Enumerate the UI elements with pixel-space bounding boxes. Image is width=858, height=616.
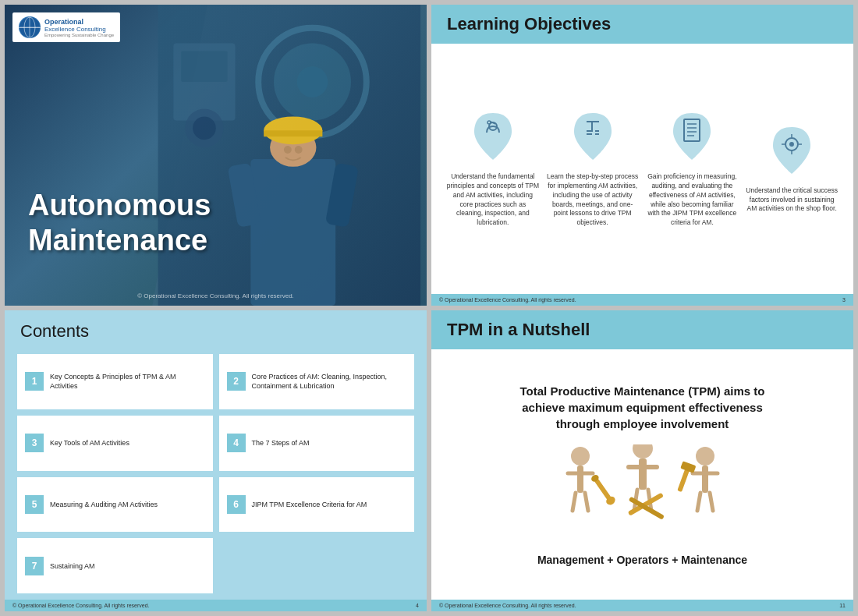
- objective-4-text: Understand the critical success factors …: [745, 186, 838, 214]
- objective-2-icon: [569, 110, 616, 165]
- slide-title: Learning Objectives: [447, 14, 838, 34]
- content-item-3: 3 Key Tools of AM Activities: [17, 416, 213, 471]
- slide-footer: © Operational Excellence Consulting. All…: [5, 292, 427, 299]
- slide-header: Contents: [5, 310, 427, 348]
- svg-rect-8: [251, 159, 336, 306]
- content-label-7: Sustaining AM: [50, 561, 95, 571]
- title-pre: Learn: [447, 14, 494, 34]
- logo-globe-icon: [19, 16, 41, 38]
- svg-line-56: [710, 493, 713, 511]
- content-label-5: Measuring & Auditing AM Activities: [50, 500, 158, 509]
- footer-right: 3: [842, 297, 846, 303]
- content-item-2: 2 Core Practices of AM: Cleaning, Inspec…: [219, 354, 415, 409]
- slide-footer: © Operational Excellence Consulting. All…: [431, 600, 853, 611]
- content-label-2: Core Practices of AM: Cleaning, Inspecti…: [252, 372, 407, 391]
- slide-header: TPM in a Nutshell: [431, 310, 853, 349]
- objective-1: Understand the fundamental principles an…: [446, 110, 540, 228]
- logo-name2: Excellence Consulting: [44, 26, 114, 33]
- logo: Operational Excellence Consulting Empowe…: [12, 12, 120, 42]
- content-num-1: 1: [25, 372, 44, 391]
- footer-right: 11: [839, 603, 846, 608]
- svg-point-38: [789, 142, 794, 147]
- slide-contents: Contents 1 Key Concepts & Principles of …: [5, 310, 427, 611]
- worker-illustration: [152, 5, 427, 306]
- objective-1-icon: [470, 110, 516, 165]
- title-pre: TPM: [447, 320, 488, 339]
- content-label-4: The 7 Steps of AM: [252, 438, 310, 448]
- svg-point-39: [571, 447, 590, 466]
- svg-rect-48: [639, 458, 647, 490]
- content-label-3: Key Tools of AM Activities: [50, 438, 129, 448]
- svg-rect-25: [595, 130, 599, 132]
- logo-tagline: Empowering Sustainable Change: [44, 33, 114, 37]
- content-item-6: 6 JIPM TPM Excellence Criteria for AM: [219, 477, 415, 533]
- objective-4-icon: [768, 124, 815, 179]
- content-item-5: 5 Measuring & Auditing AM Activities: [17, 477, 213, 533]
- logo-name1: Operational: [44, 18, 114, 26]
- footer-left: © Operational Excellence Consulting. All…: [439, 297, 576, 303]
- slide-learning-objectives: Learning Objectives Understand the funda…: [431, 5, 853, 306]
- content-item-4: 4 The 7 Steps of AM: [219, 416, 415, 471]
- slide-autonomous-maintenance: Operational Excellence Consulting Empowe…: [5, 5, 427, 306]
- svg-rect-26: [587, 133, 592, 135]
- svg-rect-53: [702, 466, 708, 493]
- footer-right: 4: [416, 603, 419, 608]
- svg-point-7: [297, 66, 328, 97]
- footer-left: © Operational Excellence Consulting. All…: [439, 603, 576, 608]
- svg-rect-40: [577, 466, 583, 493]
- slide-footer: © Operational Excellence Consulting. All…: [5, 600, 427, 611]
- tpm-headline: Total Productive Maintenance (TPM) aims …: [520, 383, 765, 432]
- contents-grid: 1 Key Concepts & Principles of TPM & AM …: [5, 348, 427, 600]
- content-num-3: 3: [25, 434, 44, 452]
- content-num-4: 4: [227, 434, 246, 452]
- svg-rect-27: [595, 133, 599, 135]
- svg-line-42: [573, 493, 576, 511]
- svg-point-13: [295, 146, 303, 154]
- tpm-figures: [545, 444, 740, 554]
- objective-3-icon: [668, 110, 715, 165]
- svg-rect-24: [587, 130, 592, 132]
- title-bold: in: [488, 320, 504, 339]
- content-num-5: 5: [25, 495, 44, 514]
- content-label-6: JIPM TPM Excellence Criteria for AM: [252, 500, 367, 509]
- svg-point-4: [193, 117, 216, 140]
- slide-title: TPM in a Nutshell: [447, 320, 838, 340]
- content-num-7: 7: [25, 557, 44, 575]
- slide-title: Contents: [20, 321, 411, 342]
- objective-4: Understand the critical success factors …: [745, 124, 838, 214]
- content-item-7: 7 Sustaining AM: [17, 538, 213, 593]
- slide-title: Autonomous Maintenance: [28, 188, 211, 259]
- title-line1: Autonomous Maintenance: [28, 188, 211, 259]
- svg-rect-44: [594, 478, 611, 500]
- slide-header: Learning Objectives: [431, 5, 853, 44]
- svg-line-55: [697, 493, 700, 511]
- svg-rect-11: [264, 130, 323, 136]
- svg-rect-23: [591, 121, 593, 132]
- objective-3: Gain proficiency in measuring, auditing,…: [645, 110, 739, 228]
- slide-tpm-nutshell: TPM in a Nutshell Total Productive Maint…: [431, 310, 853, 611]
- content-num-6: 6: [227, 495, 246, 514]
- objective-2-text: Learn the step-by-step process for imple…: [546, 172, 640, 228]
- svg-line-43: [585, 493, 588, 511]
- objectives-container: Understand the fundamental principles an…: [431, 44, 853, 294]
- objective-2: Learn the step-by-step process for imple…: [546, 110, 640, 228]
- title-bold: ing Objectives: [494, 14, 611, 34]
- objective-1-text: Understand the fundamental principles an…: [446, 172, 540, 228]
- tpm-subtext: Management + Operators + Maintenance: [537, 554, 747, 566]
- content-item-1: 1 Key Concepts & Principles of TPM & AM …: [17, 354, 213, 409]
- svg-rect-2: [182, 51, 228, 82]
- slide-footer: © Operational Excellence Consulting. All…: [431, 294, 853, 306]
- svg-point-12: [284, 146, 292, 154]
- slide-content: Total Productive Maintenance (TPM) aims …: [431, 349, 853, 600]
- objective-3-text: Gain proficiency in measuring, auditing,…: [645, 172, 739, 228]
- logo-text: Operational Excellence Consulting Empowe…: [44, 18, 114, 37]
- svg-point-52: [696, 447, 714, 466]
- title-post: a Nutshell: [503, 320, 590, 339]
- svg-point-47: [633, 444, 653, 458]
- content-label-1: Key Concepts & Principles of TPM & AM Ac…: [50, 372, 205, 391]
- footer-left: © Operational Excellence Consulting. All…: [12, 603, 150, 608]
- content-num-2: 2: [227, 372, 246, 391]
